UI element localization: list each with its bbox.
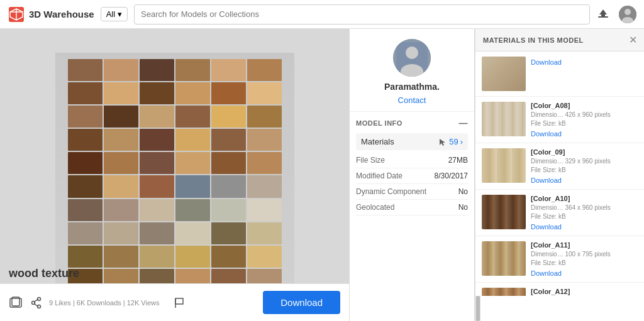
app-header: 3D Warehouse All ▾ bbox=[0, 0, 644, 29]
wood-cell bbox=[68, 175, 103, 197]
wood-cell bbox=[104, 199, 138, 221]
search-filter-dropdown[interactable]: All ▾ bbox=[101, 7, 128, 21]
wood-cell bbox=[140, 152, 174, 174]
scrollbar[interactable] bbox=[475, 296, 480, 321]
svg-point-17 bbox=[406, 46, 418, 59]
material-dimensions: Dimensio… 100 x 795 pixels bbox=[531, 250, 638, 259]
close-panel-button[interactable]: ✕ bbox=[629, 34, 637, 46]
wood-cell bbox=[247, 246, 282, 268]
info-row: Geolocated No bbox=[356, 200, 468, 215]
material-name: [Color_A08] bbox=[531, 102, 638, 109]
logo-area: 3D Warehouse bbox=[8, 6, 94, 23]
share-icon[interactable] bbox=[29, 296, 43, 310]
user-avatar[interactable] bbox=[619, 6, 636, 23]
wood-cell bbox=[247, 199, 282, 221]
wood-cell bbox=[247, 152, 282, 174]
wood-cell bbox=[175, 59, 210, 81]
model-stats: 9 Likes | 6K Downloads | 12K Views bbox=[49, 299, 160, 307]
wood-cell bbox=[247, 82, 282, 104]
svg-point-13 bbox=[32, 301, 35, 304]
wood-cell bbox=[175, 175, 210, 197]
material-thumbnail bbox=[482, 148, 526, 183]
material-info: [Color_09] Dimensio… 329 x 960 pixels Fi… bbox=[531, 148, 638, 184]
wood-cell bbox=[211, 106, 246, 128]
wood-cell bbox=[140, 106, 174, 128]
info-row: File Size 27MB bbox=[356, 153, 468, 168]
wood-cell bbox=[104, 175, 138, 197]
dropdown-label: All bbox=[106, 9, 115, 19]
material-info: [Color_A08] Dimensio… 426 x 960 pixels F… bbox=[531, 102, 638, 138]
wood-cell bbox=[140, 246, 174, 268]
download-button[interactable]: Download bbox=[263, 291, 340, 314]
logo-text: 3D Warehouse bbox=[29, 9, 94, 19]
wood-cell bbox=[211, 59, 246, 81]
model-info-panel: Paramathma. Contact MODEL INFO — Materia… bbox=[349, 29, 475, 321]
material-info: Download bbox=[531, 57, 638, 66]
info-label: Dynamic Component bbox=[356, 187, 426, 196]
wood-cell bbox=[175, 129, 210, 151]
wood-cell bbox=[68, 82, 103, 104]
scrollbar-thumb bbox=[476, 296, 480, 321]
section-title: MODEL INFO bbox=[356, 119, 402, 127]
material-thumbnail bbox=[482, 288, 526, 296]
author-section: Paramathma. Contact bbox=[350, 29, 474, 112]
collections-icon[interactable] bbox=[9, 296, 23, 310]
material-name: [Color_A12] bbox=[531, 288, 638, 295]
wood-cell bbox=[175, 199, 210, 221]
material-download-link[interactable]: Download bbox=[531, 177, 638, 184]
material-download-link[interactable]: Download bbox=[531, 130, 638, 138]
action-icons-row: 9 Likes | 6K Downloads | 12K Views bbox=[9, 296, 186, 310]
wood-cell bbox=[247, 59, 282, 81]
info-row: Modified Date 8/30/2017 bbox=[356, 168, 468, 184]
material-download-link[interactable]: Download bbox=[531, 223, 638, 231]
wood-cell bbox=[140, 175, 174, 197]
wood-cell bbox=[175, 82, 210, 104]
wood-cell bbox=[211, 199, 246, 221]
material-name: [Color_09] bbox=[531, 148, 638, 156]
info-label: File Size bbox=[356, 156, 385, 165]
wood-cell bbox=[211, 246, 246, 268]
list-item: [Color_09] Dimensio… 329 x 960 pixels Fi… bbox=[475, 143, 644, 190]
material-info: [Color_A11] Dimensio… 100 x 795 pixels F… bbox=[531, 241, 638, 277]
list-item: [Color_A12] Dimensio… 265 x 663 pixels F… bbox=[475, 283, 644, 296]
materials-row[interactable]: Materials 59 › bbox=[356, 133, 468, 150]
material-dimensions: Dimensio… 364 x 960 pixels bbox=[531, 204, 638, 212]
info-value: 8/30/2017 bbox=[435, 171, 468, 180]
material-filesize: File Size: kB bbox=[531, 166, 638, 175]
materials-value[interactable]: 59 › bbox=[438, 137, 463, 146]
wood-cell bbox=[104, 246, 138, 268]
list-item: [Color_A10] Dimensio… 364 x 960 pixels F… bbox=[475, 190, 644, 236]
info-label: Geolocated bbox=[356, 203, 394, 212]
material-info: [Color_A12] Dimensio… 265 x 663 pixels F… bbox=[531, 288, 638, 296]
wood-cell bbox=[68, 199, 103, 221]
material-download-link[interactable]: Download bbox=[531, 58, 638, 66]
list-item: [Color_A11] Dimensio… 100 x 795 pixels F… bbox=[475, 236, 644, 283]
material-thumbnail bbox=[482, 102, 526, 136]
svg-point-11 bbox=[38, 297, 41, 300]
wood-cell bbox=[140, 59, 174, 81]
upload-icon[interactable] bbox=[596, 8, 610, 21]
wood-cell bbox=[211, 222, 246, 244]
material-filesize: File Size: kB bbox=[531, 119, 638, 128]
wood-cell bbox=[68, 59, 103, 81]
wood-cell bbox=[104, 59, 138, 81]
material-thumbnail bbox=[482, 241, 526, 276]
material-thumbnail bbox=[482, 195, 526, 229]
wood-cell bbox=[68, 222, 103, 244]
search-input[interactable] bbox=[134, 4, 590, 24]
material-name: [Color_A11] bbox=[531, 241, 638, 249]
flag-icon[interactable] bbox=[172, 296, 186, 310]
minimize-icon[interactable]: — bbox=[459, 118, 469, 128]
svg-point-12 bbox=[38, 305, 41, 308]
model-bottom-bar: 9 Likes | 6K Downloads | 12K Views Downl… bbox=[0, 283, 349, 321]
contact-link[interactable]: Contact bbox=[398, 95, 426, 105]
arrow-right-icon: › bbox=[460, 137, 463, 146]
svg-point-7 bbox=[625, 9, 631, 15]
wood-texture-grid bbox=[68, 59, 282, 291]
material-download-link[interactable]: Download bbox=[531, 269, 638, 277]
model-title: wood texture bbox=[9, 267, 79, 280]
wood-cell bbox=[68, 106, 103, 128]
wood-cell bbox=[140, 199, 174, 221]
material-filesize: File Size: kB bbox=[531, 259, 638, 268]
info-label: Modified Date bbox=[356, 171, 402, 180]
